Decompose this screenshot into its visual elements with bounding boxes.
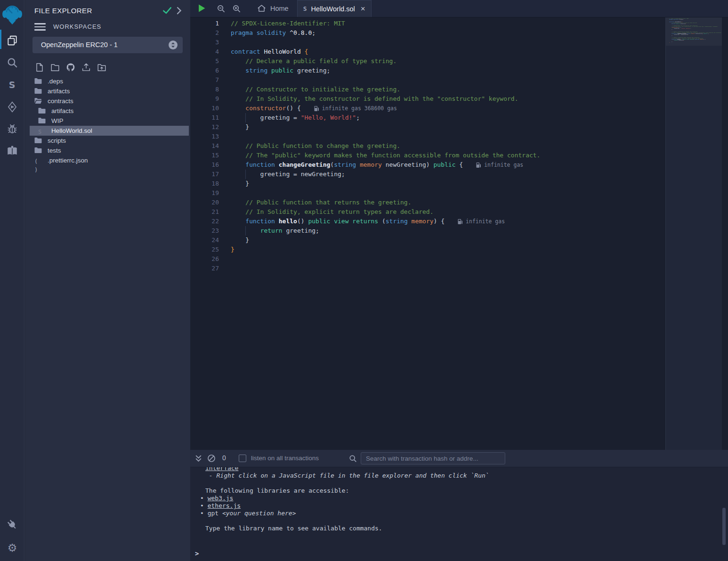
code-line-20[interactable]: 20 // Public function that returns the g… <box>190 198 665 207</box>
terminal-line-4: The following libraries are accessible: <box>190 487 728 495</box>
remix-logo[interactable] <box>2 4 23 25</box>
code-line-26[interactable]: 26 <box>190 254 665 264</box>
code-line-11[interactable]: 11 greeting = "Hello, World!"; <box>190 113 665 122</box>
tree-item--prettierrc-json[interactable]: ( ).prettierrc.json <box>30 155 189 165</box>
line-number: 26 <box>190 254 219 264</box>
code-line-12[interactable]: 12 } <box>190 122 665 132</box>
run-script-button[interactable] <box>198 4 206 13</box>
explorer-toolbar <box>34 62 190 73</box>
code-line-3[interactable]: 3 <box>190 38 665 47</box>
collapse-chevron-icon[interactable] <box>176 6 182 15</box>
upload-folder-icon[interactable] <box>97 62 107 73</box>
line-number: 16 <box>190 160 219 170</box>
code-line-21[interactable]: 21 // In Solidity, explicit return types… <box>190 207 665 217</box>
terminal-link[interactable]: interface <box>205 467 238 472</box>
indent-guide <box>245 170 246 179</box>
line-number: 10 <box>190 104 219 113</box>
code-line-1[interactable]: 1// SPDX-License-Identifier: MIT <box>190 19 665 28</box>
collapse-terminal-icon[interactable] <box>195 455 202 463</box>
terminal-output[interactable]: interface - Right click on a JavaScript … <box>190 467 728 561</box>
zoom-in-icon[interactable] <box>232 4 241 13</box>
listen-transactions-checkbox[interactable] <box>239 455 246 462</box>
workspaces-menu-icon[interactable] <box>34 21 46 33</box>
clear-console-icon[interactable] <box>207 454 216 463</box>
editor-scroll-gutter <box>722 17 728 450</box>
minimap[interactable]: // SPDX-License-Identifier: MITpragma so… <box>665 17 722 450</box>
line-number: 11 <box>190 113 219 122</box>
code-line-6[interactable]: 6 string public greeting; <box>190 66 665 75</box>
file-explorer-icon[interactable] <box>5 33 19 48</box>
gas-estimate-text: infinite gas <box>466 218 505 225</box>
new-file-icon[interactable] <box>34 62 45 73</box>
code-line-17[interactable]: 17 greeting = newGreeting; <box>190 170 665 179</box>
tab-home[interactable]: Home <box>251 0 294 17</box>
line-content: } <box>231 236 249 245</box>
code-line-19[interactable]: 19 <box>190 188 665 198</box>
code-line-7[interactable]: 7 <box>190 75 665 85</box>
terminal-search-input[interactable] <box>361 452 505 464</box>
line-content: // Constructor to initialize the greetin… <box>231 85 400 94</box>
code-line-24[interactable]: 24 } <box>190 236 665 245</box>
close-tab-icon[interactable]: × <box>361 5 365 13</box>
terminal-text: gpt <box>208 510 222 517</box>
code-line-8[interactable]: 8 // Constructor to initialize the greet… <box>190 85 665 94</box>
line-content: } <box>231 179 249 188</box>
terminal-link[interactable]: ethers.js <box>208 502 241 509</box>
tree-item-wip[interactable]: WIP <box>30 116 189 126</box>
line-content: // Declare a public field of type string… <box>231 57 396 66</box>
deploy-run-icon[interactable] <box>5 100 19 114</box>
code-line-18[interactable]: 18 } <box>190 179 665 188</box>
line-number: 21 <box>190 207 219 217</box>
line-number: 9 <box>190 94 219 104</box>
line-number: 2 <box>190 28 219 38</box>
terminal-line-1: interface <box>190 467 728 472</box>
code-line-2[interactable]: 2pragma solidity ^0.8.0; <box>190 28 665 38</box>
accept-check-icon[interactable] <box>162 6 172 15</box>
clone-github-icon[interactable] <box>65 62 76 73</box>
terminal-link[interactable]: web3.js <box>208 495 234 502</box>
learneth-icon[interactable] <box>5 144 19 158</box>
code-line-25[interactable]: 25} <box>190 245 665 254</box>
settings-gear-icon[interactable]: ⚙ <box>5 541 19 555</box>
workspace-select[interactable]: OpenZeppelin ERC20 - 1 <box>32 37 183 53</box>
terminal-prompt[interactable]: > <box>195 550 199 557</box>
code-line-13[interactable]: 13 <box>190 132 665 141</box>
tree-item-label: artifacts <box>51 107 73 114</box>
tree-item-label: WIP <box>51 117 64 124</box>
tree-item-artifacts[interactable]: artifacts <box>30 86 189 96</box>
terminal-panel: 0 listen on all transactions interface -… <box>190 450 728 561</box>
code-line-22[interactable]: 22 function hello() public view returns … <box>190 217 665 226</box>
line-number: 15 <box>190 151 219 160</box>
terminal-text: <your question here> <box>222 510 296 517</box>
tree-item--deps[interactable]: .deps <box>30 76 189 86</box>
zoom-out-icon[interactable] <box>217 4 226 13</box>
tree-item-tests[interactable]: tests <box>30 146 189 155</box>
tree-item-artifacts[interactable]: artifacts <box>30 106 189 116</box>
search-icon[interactable] <box>5 56 19 70</box>
code-line-27[interactable]: 27 <box>190 264 665 273</box>
line-number: 7 <box>190 75 219 85</box>
code-line-5[interactable]: 5 // Declare a public field of type stri… <box>190 57 665 66</box>
plugin-manager-icon[interactable] <box>5 518 19 532</box>
code-line-15[interactable]: 15 // The "public" keyword makes the fun… <box>190 151 665 160</box>
code-editor[interactable]: 1// SPDX-License-Identifier: MIT2pragma … <box>190 17 665 450</box>
code-line-23[interactable]: 23 return greeting; <box>190 226 665 236</box>
code-line-16[interactable]: 16 function changeGreeting(string memory… <box>190 160 665 170</box>
tab-helloworld-sol[interactable]: S HelloWorld.sol × <box>297 0 372 17</box>
code-line-4[interactable]: 4contract HelloWorld { <box>190 47 665 57</box>
tree-item-contracts[interactable]: contracts <box>30 96 189 106</box>
workspace-switch-icon[interactable] <box>168 40 178 50</box>
code-line-14[interactable]: 14 // Public function to change the gree… <box>190 141 665 151</box>
new-folder-icon[interactable] <box>50 62 61 73</box>
line-number: 22 <box>190 217 219 226</box>
terminal-scrollbar-thumb[interactable] <box>722 508 726 545</box>
solidity-compiler-icon[interactable]: S <box>5 78 19 92</box>
upload-file-icon[interactable] <box>81 62 92 73</box>
line-content: // Public function to change the greetin… <box>231 141 400 151</box>
listen-transactions-label: listen on all transactions <box>251 455 319 462</box>
code-line-10[interactable]: 10 constructor() {infinite gas 368600 ga… <box>190 104 665 113</box>
code-line-9[interactable]: 9 // In Solidity, the constructor is def… <box>190 94 665 104</box>
tree-item-scripts[interactable]: scripts <box>30 136 189 146</box>
tree-item-helloworld-sol[interactable]: SHelloWorld.sol <box>30 126 189 136</box>
debugger-icon[interactable] <box>5 122 19 136</box>
